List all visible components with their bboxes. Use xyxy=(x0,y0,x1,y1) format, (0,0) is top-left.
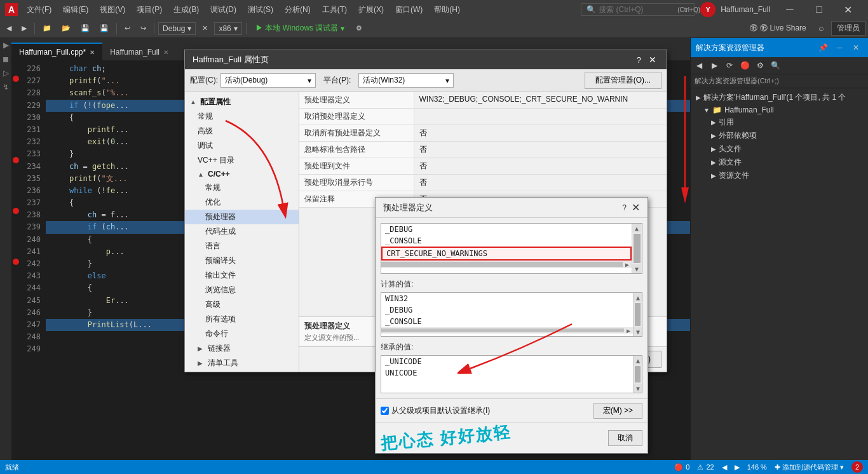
prop-tree-item-browse[interactable]: 浏览信息 xyxy=(185,283,299,297)
property-dialog-header: Haffman_Full 属性页 ? ✕ xyxy=(185,50,667,69)
table-row[interactable]: 预处理取消显示行号 否 xyxy=(299,175,667,191)
preproc-header: 预处理器定义 ? ✕ xyxy=(376,198,648,218)
preproc-list-inner: _DEBUG _CONSOLE CRT_SECURE_NO_WARNINGS ▶ xyxy=(381,224,632,273)
computed-debug: _DEBUG xyxy=(381,304,633,316)
inherit-checkbox[interactable]: 从父级或项目默认设置继承(I) xyxy=(381,405,490,416)
preproc-computed-section: 计算的值: WIN32 _DEBUG _CONSOLE ▶ ▲ ▼ xyxy=(381,279,642,337)
prop-tree-item-general[interactable]: 常规 xyxy=(185,109,299,124)
inherited-scrollbar[interactable]: ▲ ▼ xyxy=(633,356,642,393)
table-row[interactable]: 忽略标准包含路径 否 xyxy=(299,142,667,158)
prop-tree-item-codegen[interactable]: 代码生成 xyxy=(185,224,299,239)
preproc-footer-buttons: 宏(M) >> xyxy=(593,403,642,419)
prop-tree: ▲ 配置属性 常规 高级 调试 VC++ 目录 ▲ C/C++ 常规 优化 预处… xyxy=(185,92,299,372)
prop-close-button[interactable]: ✕ xyxy=(646,55,659,65)
list-item-crt[interactable]: CRT_SECURE_NO_WARNINGS xyxy=(381,247,632,261)
preproc-computed-box[interactable]: WIN32 _DEBUG _CONSOLE ▶ ▲ ▼ xyxy=(381,292,642,337)
preproc-question-button[interactable]: ? xyxy=(622,203,627,212)
prop-tree-item-adv[interactable]: 高级 xyxy=(185,297,299,312)
expand-icon: ▲ xyxy=(190,98,198,105)
list-item-console[interactable]: _CONSOLE xyxy=(381,235,632,247)
preproc-footer: 从父级或项目默认设置继承(I) 宏(M) >> xyxy=(376,398,648,423)
platform-dropdown[interactable]: 活动(Win32) ▾ xyxy=(358,73,454,88)
preproc-cancel-button[interactable]: 取消 xyxy=(608,430,642,446)
prop-tree-item-pch[interactable]: 预编译头 xyxy=(185,254,299,268)
prop-tree-item-vcdirs[interactable]: VC++ 目录 xyxy=(185,153,299,168)
cpp-expand-icon: ▲ xyxy=(198,171,205,178)
computed-scrollbar[interactable]: ▲ ▼ xyxy=(633,293,642,336)
table-row[interactable]: 预处理器定义 WIN32;_DEBUG;_CONSOLE;_CRT_SECURE… xyxy=(299,92,667,109)
list-item-debug[interactable]: _DEBUG xyxy=(381,224,632,235)
prop-tree-item-xmldoc[interactable]: ▶ XML 文档生成器 xyxy=(185,370,299,372)
preproc-definitions-listbox[interactable]: _DEBUG _CONSOLE CRT_SECURE_NO_WARNINGS ▶… xyxy=(381,223,642,274)
prop-tree-item-lang[interactable]: 语言 xyxy=(185,239,299,254)
preproc-inherited-section: 继承的值: _UNICODE UNICODE ▲ ▼ xyxy=(381,342,642,393)
prop-tree-item-linker[interactable]: ▶ 链接器 xyxy=(185,341,299,356)
computed-win32: WIN32 xyxy=(381,293,633,304)
prop-tree-item[interactable]: ▲ 配置属性 xyxy=(185,95,299,109)
prop-tree-item-manifest[interactable]: ▶ 清单工具 xyxy=(185,356,299,370)
table-row[interactable]: 取消所有预处理器定义 否 xyxy=(299,125,667,142)
inherited-unicode: _UNICODE xyxy=(381,356,633,367)
preproc-inherited-box[interactable]: _UNICODE UNICODE ▲ ▼ xyxy=(381,355,642,393)
prop-config-toolbar: 配置(C): 活动(Debug) ▾ 平台(P): 活动(Win32) ▾ 配置… xyxy=(185,69,667,92)
preproc-definitions-section: _DEBUG _CONSOLE CRT_SECURE_NO_WARNINGS ▶… xyxy=(381,223,642,274)
platform-chevron2-icon: ▾ xyxy=(445,76,449,85)
prop-tree-item-cmdline[interactable]: 命令行 xyxy=(185,327,299,341)
inherited-list: _UNICODE UNICODE xyxy=(381,356,633,393)
prop-tree-item-allopts[interactable]: 所有选项 xyxy=(185,312,299,327)
preproc-scrollbar-v[interactable]: ▲ ▼ xyxy=(632,224,642,273)
prop-tree-item-advanced[interactable]: 高级 xyxy=(185,124,299,139)
config-manager-button[interactable]: 配置管理器(O)... xyxy=(585,72,661,89)
table-row[interactable]: 取消预处理器定义 xyxy=(299,109,667,125)
platform-label: 平台(P): xyxy=(323,75,351,86)
preproc-ok-cancel: 把心态 好好放轻 取消 xyxy=(376,423,648,453)
config-chevron-icon: ▾ xyxy=(308,76,311,85)
config-label: 配置(C): xyxy=(190,75,218,86)
computed-list: WIN32 _DEBUG _CONSOLE ▶ xyxy=(381,293,633,336)
preprocessor-dialog: 预处理器定义 ? ✕ _DEBUG _CONSOLE CRT_SECURE_NO… xyxy=(375,197,648,454)
inherited-unicode2: UNICODE xyxy=(381,367,633,379)
inherit-checkbox-input[interactable] xyxy=(381,407,389,415)
table-row[interactable]: 预处理到文件 否 xyxy=(299,158,667,175)
config-dropdown[interactable]: 活动(Debug) ▾ xyxy=(220,73,316,88)
dialog-overlay: Haffman_Full 属性页 ? ✕ 配置(C): 活动(Debug) ▾ … xyxy=(0,0,868,474)
prop-tree-item-outfiles[interactable]: 输出文件 xyxy=(185,268,299,283)
preproc-close-button[interactable]: ✕ xyxy=(632,201,640,213)
prop-tree-item-preproc[interactable]: 预处理器 xyxy=(185,210,299,224)
prop-tree-item-cpp-general[interactable]: 常规 xyxy=(185,180,299,195)
watermark-text: 把心态 好好放轻 xyxy=(380,421,512,455)
prop-question-button[interactable]: ? xyxy=(637,55,641,65)
computed-console: _CONSOLE xyxy=(381,316,633,327)
prop-tree-item-cpp[interactable]: ▲ C/C++ xyxy=(185,168,299,180)
prop-tree-item-opt[interactable]: 优化 xyxy=(185,195,299,210)
macro-button[interactable]: 宏(M) >> xyxy=(593,403,642,419)
prop-tree-item-debug[interactable]: 调试 xyxy=(185,139,299,153)
